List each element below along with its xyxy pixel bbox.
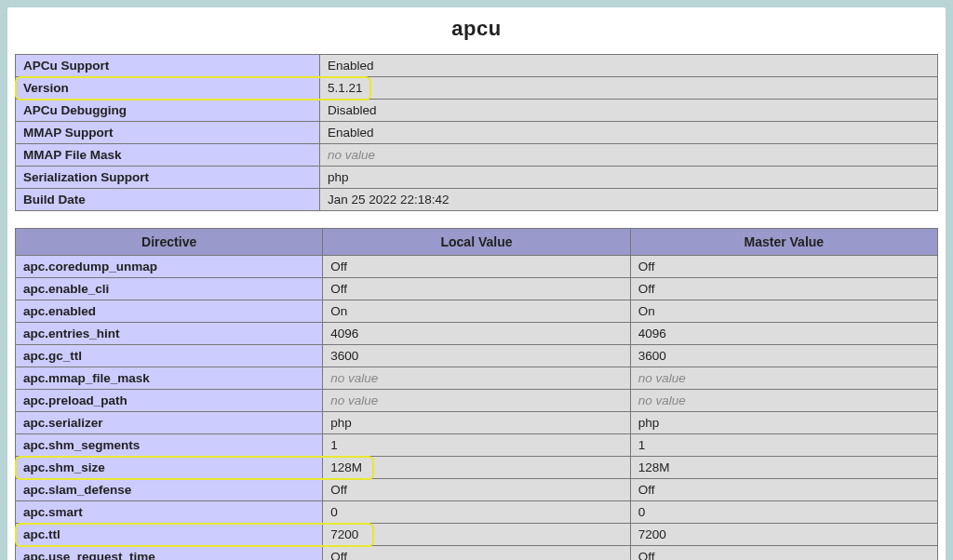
header-master-value: Master Value [630, 229, 937, 256]
info-row: APCu SupportEnabled [16, 55, 938, 77]
directive-name: apc.enable_cli [16, 278, 323, 300]
info-value: 5.1.21 [320, 77, 938, 100]
directive-row: apc.smart00 [16, 501, 938, 524]
info-value: Jan 25 2022 22:18:42 [320, 189, 938, 211]
directive-row: apc.mmap_file_maskno valueno value [16, 367, 938, 390]
directive-name: apc.smart [16, 501, 323, 524]
directive-row: apc.serializerphpphp [16, 412, 938, 434]
directive-row: apc.ttl72007200 [16, 524, 938, 546]
directive-master-value: 128M [630, 457, 937, 479]
directive-master-value: Off [630, 278, 937, 300]
directive-master-value: no value [630, 367, 937, 390]
directive-master-value: Off [630, 546, 937, 561]
info-key: Build Date [16, 189, 320, 211]
info-key: MMAP Support [16, 122, 320, 144]
directive-local-value: Off [323, 546, 630, 561]
directive-local-value: 0 [323, 501, 630, 524]
directive-row: apc.shm_size128M128M [16, 457, 938, 479]
header-directive: Directive [16, 229, 323, 256]
directive-row: apc.gc_ttl36003600 [16, 345, 938, 367]
info-row: Build DateJan 25 2022 22:18:42 [16, 189, 938, 211]
directive-master-value: 0 [630, 501, 937, 524]
directive-local-value: Off [323, 256, 630, 278]
info-table-wrap: APCu SupportEnabledVersion5.1.21APCu Deb… [15, 54, 938, 211]
directive-name: apc.entries_hint [16, 323, 323, 345]
section-title: apcu [15, 17, 938, 41]
directive-name: apc.serializer [16, 412, 323, 434]
directive-master-value: 1 [630, 434, 937, 457]
directive-row: apc.use_request_timeOffOff [16, 546, 938, 561]
directive-master-value: 7200 [630, 524, 937, 546]
info-key: APCu Debugging [16, 100, 320, 122]
directive-local-value: 3600 [323, 345, 630, 367]
directive-name: apc.shm_segments [16, 434, 323, 457]
header-local-value: Local Value [323, 229, 630, 256]
info-row: MMAP SupportEnabled [16, 122, 938, 144]
directive-row: apc.entries_hint40964096 [16, 323, 938, 345]
info-row: Version5.1.21 [16, 77, 938, 100]
directive-local-value: 4096 [323, 323, 630, 345]
directive-row: apc.preload_pathno valueno value [16, 390, 938, 412]
directive-master-value: php [630, 412, 937, 434]
directive-master-value: 4096 [630, 323, 937, 345]
info-table: APCu SupportEnabledVersion5.1.21APCu Deb… [15, 54, 938, 211]
directive-name: apc.use_request_time [16, 546, 323, 561]
directive-local-value: no value [323, 390, 630, 412]
info-key: MMAP File Mask [16, 144, 320, 167]
directive-master-value: Off [630, 479, 937, 501]
directive-local-value: 7200 [323, 524, 630, 546]
directive-table: Directive Local Value Master Value apc.c… [15, 228, 938, 560]
directive-local-value: no value [323, 367, 630, 390]
directive-master-value: On [630, 300, 937, 323]
directive-name: apc.slam_defense [16, 479, 323, 501]
directive-local-value: 1 [323, 434, 630, 457]
directive-name: apc.coredump_unmap [16, 256, 323, 278]
directive-row: apc.enabledOnOn [16, 300, 938, 323]
info-row: Serialization Supportphp [16, 167, 938, 189]
directive-name: apc.enabled [16, 300, 323, 323]
directive-row: apc.shm_segments11 [16, 434, 938, 457]
directive-row: apc.slam_defenseOffOff [16, 479, 938, 501]
info-value: Enabled [320, 55, 938, 77]
directive-name: apc.gc_ttl [16, 345, 323, 367]
directive-local-value: On [323, 300, 630, 323]
info-row: MMAP File Maskno value [16, 144, 938, 167]
info-row: APCu DebuggingDisabled [16, 100, 938, 122]
directive-name: apc.mmap_file_mask [16, 367, 323, 390]
info-key: Serialization Support [16, 167, 320, 189]
directive-local-value: 128M [323, 457, 630, 479]
directive-row: apc.enable_cliOffOff [16, 278, 938, 300]
info-value: Disabled [320, 100, 938, 122]
directive-master-value: 3600 [630, 345, 937, 367]
directive-local-value: Off [323, 479, 630, 501]
directive-name: apc.shm_size [16, 457, 323, 479]
info-value: Enabled [320, 122, 938, 144]
directive-master-value: Off [630, 256, 937, 278]
directive-name: apc.ttl [16, 524, 323, 546]
info-key: Version [16, 77, 320, 100]
directive-name: apc.preload_path [16, 390, 323, 412]
directive-local-value: php [323, 412, 630, 434]
directive-master-value: no value [630, 390, 937, 412]
info-key: APCu Support [16, 55, 320, 77]
info-value: no value [320, 144, 938, 167]
directive-table-wrap: Directive Local Value Master Value apc.c… [15, 228, 938, 560]
info-value: php [320, 167, 938, 189]
directive-row: apc.coredump_unmapOffOff [16, 256, 938, 278]
directive-local-value: Off [323, 278, 630, 300]
